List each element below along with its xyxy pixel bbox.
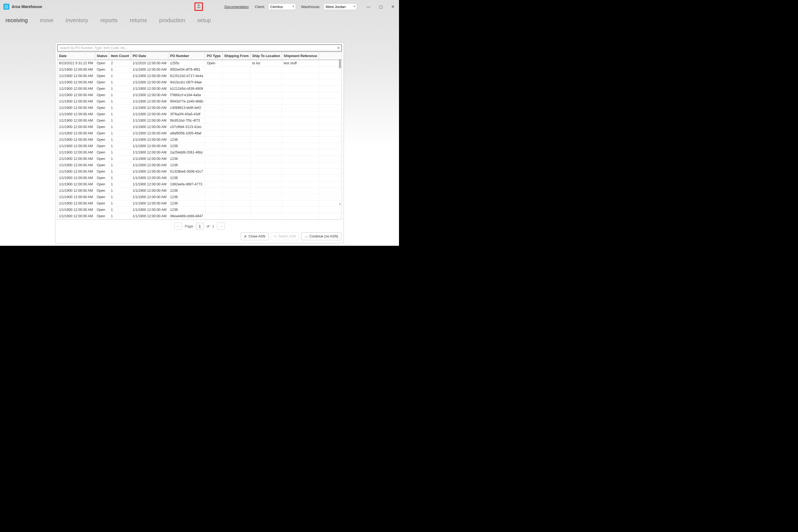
table-row[interactable]: 1/1/1900 12:00:00 AMOpen11/1/1900 12:00:… — [57, 162, 342, 169]
nav-item-reports[interactable]: reports — [100, 17, 117, 23]
table-row[interactable]: 1/1/1900 12:00:00 AMOpen11/1/1900 12:00:… — [57, 207, 342, 213]
select-asn-button[interactable]: ✎ Select ASN — [271, 232, 299, 240]
page-prev-button[interactable]: ← — [174, 223, 182, 230]
user-avatar-highlight[interactable] — [194, 2, 203, 11]
cell-ponum: 85f2ed34-df76-4f81 — [168, 66, 205, 73]
search-input[interactable] — [58, 45, 341, 51]
cell-shipref — [282, 111, 319, 117]
table-row[interactable]: 1/1/1900 12:00:00 AMOpen11/1/1900 12:00:… — [57, 86, 342, 92]
table-row[interactable]: 1/1/1900 12:00:00 AMOpen11/1/1900 12:00:… — [57, 149, 342, 156]
cell-shipto — [250, 105, 282, 111]
column-header[interactable]: Shipment Reference — [282, 52, 319, 60]
scroll-down-icon[interactable]: ▾ — [339, 202, 341, 206]
table-row[interactable]: 1/1/1900 12:00:00 AMOpen11/1/1900 12:00:… — [57, 200, 342, 207]
table-row[interactable]: 1/1/1900 12:00:00 AMOpen11/1/1900 12:00:… — [57, 188, 342, 194]
main-nav: receivingmoveinventoryreportsreturnsprod… — [0, 13, 399, 31]
cell-date: 1/1/1900 12:00:00 AM — [57, 79, 95, 86]
page-input[interactable] — [196, 223, 204, 229]
cell-shipto — [250, 194, 282, 200]
table-row[interactable]: 1/1/1900 12:00:00 AMOpen11/1/1900 12:00:… — [57, 181, 342, 188]
clear-search-icon[interactable]: ✕ — [337, 45, 340, 51]
close-window-button[interactable]: ✕ — [390, 4, 396, 9]
cell-spacer — [319, 213, 342, 220]
table-row[interactable]: 1/1/1900 12:00:00 AMOpen11/1/1900 12:00:… — [57, 73, 342, 79]
cell-count: 1 — [109, 169, 131, 175]
cell-spacer — [319, 92, 342, 98]
cell-status: Open — [95, 79, 109, 86]
scrollbar-thumb[interactable] — [339, 59, 341, 69]
vscrollbar[interactable]: ▾ — [339, 59, 341, 206]
cell-shipfrom — [223, 92, 250, 98]
nav-item-inventory[interactable]: inventory — [66, 17, 88, 23]
cell-shipfrom — [223, 188, 250, 194]
table-row[interactable]: 1/1/1900 12:00:00 AMOpen11/1/1900 12:00:… — [57, 137, 342, 143]
nav-item-move[interactable]: move — [40, 17, 54, 23]
table-row[interactable]: 1/1/1900 12:00:00 AMOpen11/1/1900 12:00:… — [57, 105, 342, 111]
cell-shipfrom — [223, 181, 250, 188]
table-row[interactable]: 1/1/1900 12:00:00 AMOpen11/1/1900 12:00:… — [57, 213, 342, 220]
cell-shipto — [250, 111, 282, 117]
table-row[interactable]: 1/1/1900 12:00:00 AMOpen11/1/1900 12:00:… — [57, 92, 342, 98]
column-header[interactable]: Shipping From — [223, 52, 250, 60]
cell-ponum: 1236 — [168, 156, 205, 162]
table-row[interactable]: 6/23/2021 5:31:22 PMOpen21/1/2020 12:00:… — [57, 60, 342, 66]
table-row[interactable]: 1/1/1900 12:00:00 AMOpen11/1/1900 12:00:… — [57, 79, 342, 86]
cell-podate: 1/1/1900 12:00:00 AM — [131, 156, 168, 162]
cell-potype — [205, 149, 223, 156]
cell-count: 1 — [109, 117, 131, 124]
titlebar: Arca Warehouse Documentation Client: Cer… — [0, 0, 399, 13]
column-header[interactable]: Item Count — [109, 52, 131, 60]
table-row[interactable]: 1/1/1900 12:00:00 AMOpen11/1/1900 12:00:… — [57, 194, 342, 200]
cell-shipfrom — [223, 162, 250, 169]
client-select[interactable]: Cerritus — [268, 3, 296, 10]
table-row[interactable]: 1/1/1900 12:00:00 AMOpen11/1/1900 12:00:… — [57, 66, 342, 73]
column-header[interactable]: PO Date — [131, 52, 168, 60]
table-row[interactable]: 1/1/1900 12:00:00 AMOpen11/1/1900 12:00:… — [57, 156, 342, 162]
column-header[interactable]: Date — [57, 52, 95, 60]
minimize-button[interactable]: — — [366, 4, 371, 9]
cell-status: Open — [95, 60, 109, 66]
cell-status: Open — [95, 130, 109, 137]
column-header[interactable]: Ship To Location — [250, 52, 282, 60]
cell-date: 1/1/1900 12:00:00 AM — [57, 86, 95, 92]
table-row[interactable]: 1/1/1900 12:00:00 AMOpen11/1/1900 12:00:… — [57, 143, 342, 149]
warehouse-select[interactable]: West Jordan — [324, 3, 357, 10]
cell-shipfrom — [223, 194, 250, 200]
documentation-link[interactable]: Documentation — [225, 5, 249, 9]
table-row[interactable]: 1/1/1900 12:00:00 AMOpen11/1/1900 12:00:… — [57, 130, 342, 137]
maximize-button[interactable]: ▢ — [378, 4, 383, 9]
cell-spacer — [319, 188, 342, 194]
cell-shipfrom — [223, 175, 250, 181]
cell-ponum: a9af5056-1005-49af — [168, 130, 205, 137]
nav-item-returns[interactable]: returns — [130, 17, 147, 23]
cell-podate: 1/1/1900 12:00:00 AM — [131, 105, 168, 111]
table-row[interactable]: 1/1/1900 12:00:00 AMOpen11/1/1900 12:00:… — [57, 124, 342, 130]
cell-potype — [205, 130, 223, 137]
nav-item-setup[interactable]: setup — [197, 17, 211, 23]
column-header[interactable]: Status — [95, 52, 109, 60]
page-next-button[interactable]: → — [217, 223, 225, 230]
continue-no-asn-button[interactable]: → Continue (no ASN) — [301, 232, 341, 240]
table-row[interactable]: 1/1/1900 12:00:00 AMOpen11/1/1900 12:00:… — [57, 117, 342, 124]
cell-ponum: 1236 — [168, 137, 205, 143]
column-header[interactable]: PO Type — [205, 52, 223, 60]
cell-count: 1 — [109, 175, 131, 181]
table-row[interactable]: 1/1/1900 12:00:00 AMOpen11/1/1900 12:00:… — [57, 98, 342, 105]
nav-item-production[interactable]: production — [159, 17, 185, 23]
close-asn-button[interactable]: ✕ Close ASN — [241, 232, 268, 240]
column-header[interactable]: PO Number — [168, 52, 205, 60]
cell-shipref — [282, 162, 319, 169]
cell-podate: 1/1/1900 12:00:00 AM — [131, 86, 168, 92]
cell-spacer — [319, 162, 342, 169]
cell-shipto — [250, 117, 282, 124]
table-row[interactable]: 1/1/1900 12:00:00 AMOpen11/1/1900 12:00:… — [57, 111, 342, 117]
cell-potype — [205, 194, 223, 200]
cell-spacer — [319, 194, 342, 200]
table-row[interactable]: 1/1/1900 12:00:00 AMOpen11/1/1900 12:00:… — [57, 175, 342, 181]
cell-potype — [205, 86, 223, 92]
nav-item-receiving[interactable]: receiving — [5, 17, 28, 23]
cell-ponum: 1236 — [168, 188, 205, 194]
cell-potype — [205, 98, 223, 105]
table-row[interactable]: 1/1/1900 12:00:00 AMOpen11/1/1900 12:00:… — [57, 169, 342, 175]
cell-count: 1 — [109, 194, 131, 200]
